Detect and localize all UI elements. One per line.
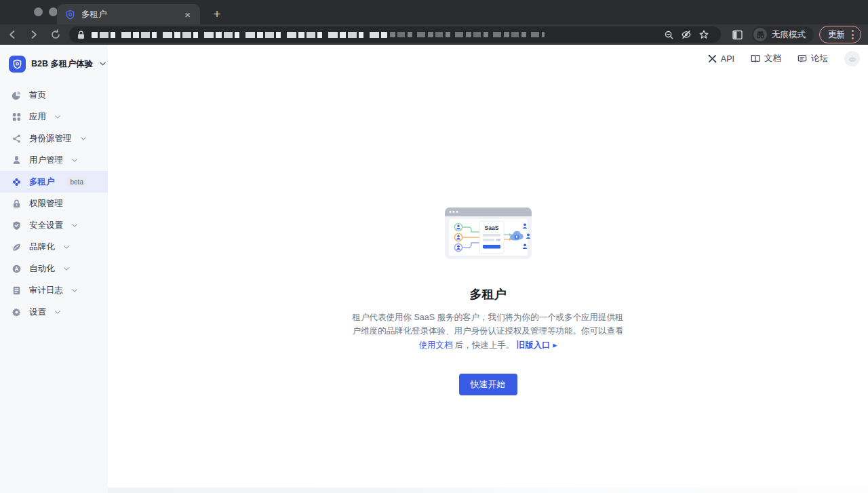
sidebar-item-branding[interactable]: 品牌化 [0, 236, 108, 258]
url-redacted-text-dim [390, 32, 545, 37]
home-pie-icon [11, 90, 22, 100]
automation-a-icon [11, 263, 22, 274]
workspace-logo-shield-icon [9, 56, 26, 73]
sidebar-item-label: 审计日志 [29, 285, 63, 296]
multi-tenant-illustration: SaaS [444, 207, 532, 261]
sidebar-item-user-management[interactable]: 用户管理 [0, 149, 108, 171]
browser-tab[interactable]: 多租户 × [57, 4, 200, 24]
chevron-down-icon [64, 245, 69, 249]
user-icon [11, 155, 22, 165]
legacy-entry-link[interactable]: 旧版入口 ▸ [517, 340, 557, 350]
sidebar-item-label: 用户管理 [29, 155, 63, 166]
docs-link[interactable]: 文档 [751, 53, 781, 64]
api-tools-icon [708, 54, 717, 63]
book-icon [751, 54, 760, 63]
new-tab-button[interactable]: + [208, 5, 226, 24]
page-title: 多租户 [470, 286, 507, 302]
sidebar-item-label: 多租户 [29, 176, 55, 188]
sidebar-item-label: 身份源管理 [29, 133, 72, 144]
update-label: 更新 [828, 29, 845, 41]
sidebar-item-audit-logs[interactable]: 审计日志 [0, 279, 108, 301]
sidebar-item-label: 首页 [29, 90, 46, 101]
audit-log-icon [11, 285, 22, 296]
sidebar-item-label: 应用 [29, 111, 46, 123]
incognito-icon [753, 28, 767, 41]
chrome-update-button[interactable]: 更新 [819, 26, 861, 43]
url-redacted-text [92, 32, 387, 38]
chevron-down-icon [55, 311, 60, 314]
gear-icon [11, 307, 22, 317]
sidebar-item-settings[interactable]: 设置 [0, 301, 108, 323]
main-content: API 文档 论坛 [108, 45, 868, 493]
saas-label: SaaS [484, 224, 498, 231]
sidebar-menu: 首页 应用 身份源管理 [0, 84, 108, 323]
app-area: B2B 多租户体验 首页 应用 [0, 45, 868, 493]
brush-leaf-icon [11, 241, 22, 252]
workspace-name: B2B 多租户体验 [31, 58, 93, 70]
back-icon[interactable] [3, 26, 22, 43]
browser-toolbar: 无痕模式 更新 [0, 24, 868, 45]
sidebar-item-label: 设置 [29, 307, 46, 318]
top-nav: API 文档 论坛 [708, 51, 860, 66]
chevron-down-icon [81, 137, 86, 140]
shield-check-icon [11, 220, 22, 231]
forward-icon[interactable] [24, 26, 43, 43]
window-close-button[interactable] [34, 7, 43, 16]
tenant-pinwheel-icon [11, 176, 22, 187]
forum-link[interactable]: 论坛 [797, 53, 828, 64]
sidebar-item-home[interactable]: 首页 [0, 84, 108, 106]
share-nodes-icon [11, 133, 22, 144]
tab-close-icon[interactable]: × [182, 8, 193, 21]
apps-grid-icon [11, 111, 22, 122]
eye-off-icon[interactable] [677, 27, 695, 42]
empty-state-description: 租户代表使用你 SaaS 服务的客户，我们将为你的一个或多个应用提供租户维度的品… [350, 311, 627, 352]
sidebar-item-label: 品牌化 [29, 241, 55, 253]
sidebar-item-permissions[interactable]: 权限管理 [0, 193, 108, 214]
tab-strip: 多租户 × + [0, 0, 868, 24]
tab-title: 多租户 [81, 9, 182, 20]
sidebar-item-automation[interactable]: 自动化 [0, 258, 108, 279]
window-bottom-edge [108, 488, 868, 493]
chevron-down-icon [100, 62, 106, 66]
browser-menu-icon[interactable] [849, 30, 856, 39]
docs-inline-link[interactable]: 使用文档 [418, 340, 452, 350]
incognito-badge: 无痕模式 [752, 26, 814, 43]
workspace-switcher[interactable]: B2B 多租户体验 [0, 54, 108, 74]
url-bar[interactable] [69, 26, 721, 43]
sidebar-item-security[interactable]: 安全设置 [0, 214, 108, 236]
sidebar-item-label: 安全设置 [29, 220, 63, 231]
empty-state: SaaS [108, 207, 868, 395]
beta-badge: beta [67, 177, 87, 186]
sidebar-item-label: 自动化 [29, 263, 55, 275]
sidebar-item-apps[interactable]: 应用 [0, 106, 108, 127]
side-panel-icon[interactable] [728, 26, 747, 43]
browser-window: 多租户 × + [0, 0, 868, 493]
reload-icon[interactable] [46, 26, 65, 43]
lock-icon[interactable] [77, 31, 85, 39]
chevron-down-icon [72, 159, 77, 162]
sidebar-item-multi-tenant[interactable]: 多租户 beta [0, 171, 108, 193]
sidebar: B2B 多租户体验 首页 应用 [0, 45, 108, 493]
lock-icon [11, 198, 22, 209]
api-link[interactable]: API [708, 54, 734, 64]
chevron-down-icon [72, 224, 77, 227]
sidebar-item-identity-sources[interactable]: 身份源管理 [0, 127, 108, 149]
incognito-label: 无痕模式 [772, 29, 806, 41]
user-avatar[interactable] [844, 51, 860, 66]
sidebar-item-label: 权限管理 [29, 198, 63, 210]
zoom-icon[interactable] [660, 27, 677, 42]
chevron-down-icon [64, 267, 69, 271]
bookmark-star-icon[interactable] [695, 27, 713, 42]
tab-favicon-shield-icon [65, 9, 75, 20]
quick-start-button[interactable]: 快速开始 [459, 374, 517, 395]
chevron-down-icon [55, 115, 60, 119]
chat-icon [797, 54, 807, 63]
chevron-down-icon [72, 289, 77, 292]
